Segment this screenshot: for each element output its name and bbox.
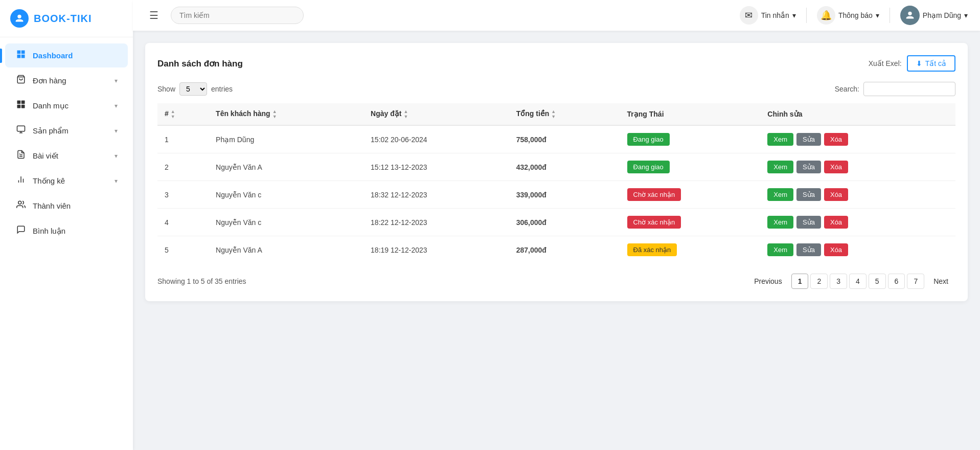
row-status: Đang giao <box>620 153 761 181</box>
delete-button[interactable]: Xóa <box>824 243 848 256</box>
col-header-2[interactable]: Ngày đặt▲▼ <box>363 103 509 125</box>
search-input[interactable] <box>171 7 304 24</box>
sidebar-item-danh-muc[interactable]: Danh mục▾ <box>5 94 128 118</box>
sidebar-icon-dashboard <box>15 50 27 61</box>
edit-button[interactable]: Sửa <box>796 161 821 173</box>
sidebar-item-thong-ke[interactable]: Thống kê▾ <box>5 169 128 193</box>
chevron-icon-don-hang: ▾ <box>115 77 118 84</box>
messages-button[interactable]: ✉ Tin nhắn ▾ <box>740 6 796 25</box>
page-btn-4[interactable]: 4 <box>849 274 867 289</box>
orders-card: Danh sách đơn hàng Xuất Exel: ⬇ Tất cả S… <box>145 43 968 301</box>
table-row: 5Nguyễn Văn A18:19 12-12-2023287,000đĐã … <box>157 236 955 264</box>
svg-rect-7 <box>21 101 25 104</box>
page-btn-3[interactable]: 3 <box>830 274 847 289</box>
delete-button[interactable]: Xóa <box>824 188 848 201</box>
svg-point-19 <box>908 12 911 15</box>
table-row: 2Nguyễn Văn A15:12 13-12-2023432,000đĐan… <box>157 153 955 181</box>
sidebar-label-thanh-vien: Thành viên <box>33 201 118 210</box>
delete-button[interactable]: Xóa <box>824 216 848 229</box>
sidebar-label-binh-luan: Bình luận <box>33 227 118 236</box>
view-button[interactable]: Xem <box>767 161 793 173</box>
sidebar-item-san-pham[interactable]: Sản phẩm▾ <box>5 119 128 143</box>
svg-rect-8 <box>17 105 21 108</box>
card-header: Danh sách đơn hàng Xuất Exel: ⬇ Tất cả <box>157 55 955 72</box>
menu-toggle-button[interactable]: ☰ <box>145 7 163 24</box>
table-search-box: Search: <box>835 82 955 96</box>
table-row: 3Nguyễn Văn c18:32 12-12-2023339,000đChờ… <box>157 181 955 209</box>
pagination-row: Showing 1 to 5 of 35 entries Previous123… <box>157 274 955 289</box>
col-header-0[interactable]: #▲▼ <box>157 103 209 125</box>
table-search-input[interactable] <box>863 82 955 96</box>
edit-button[interactable]: Sửa <box>796 188 821 201</box>
row-actions: XemSửaXóa <box>760 209 955 236</box>
card-title: Danh sách đơn hàng <box>157 58 243 69</box>
row-status: Chờ xác nhận <box>620 209 761 236</box>
pagination: Previous1234567Next <box>747 274 955 289</box>
user-name: Phạm Dũng <box>923 11 961 19</box>
page-btn-2[interactable]: 2 <box>810 274 828 289</box>
entries-select[interactable]: 5102550 <box>179 82 207 96</box>
view-button[interactable]: Xem <box>767 188 793 201</box>
edit-button[interactable]: Sửa <box>796 133 821 146</box>
show-label: Show <box>157 85 175 93</box>
page-btn-6[interactable]: 6 <box>888 274 905 289</box>
page-body: Danh sách đơn hàng Xuất Exel: ⬇ Tất cả S… <box>133 31 980 450</box>
showing-text: Showing 1 to 5 of 35 entries <box>157 277 246 285</box>
header-actions: ✉ Tin nhắn ▾ 🔔 Thông báo ▾ Phạm Dũng ▾ <box>740 6 968 25</box>
row-customer: Nguyễn Văn c <box>209 181 363 209</box>
row-date: 18:19 12-12-2023 <box>363 236 509 264</box>
view-button[interactable]: Xem <box>767 243 793 256</box>
view-button[interactable]: Xem <box>767 216 793 229</box>
sidebar-item-don-hang[interactable]: Đơn hàng▾ <box>5 69 128 93</box>
action-buttons: XemSửaXóa <box>767 188 948 201</box>
view-button[interactable]: Xem <box>767 133 793 146</box>
svg-rect-2 <box>21 51 25 54</box>
col-header-3[interactable]: Tổng tiền▲▼ <box>509 103 620 125</box>
delete-button[interactable]: Xóa <box>824 133 848 146</box>
edit-button[interactable]: Sửa <box>796 216 821 229</box>
page-btn-1[interactable]: 1 <box>791 274 809 289</box>
status-badge: Chờ xác nhận <box>627 216 681 229</box>
chevron-icon-danh-muc: ▾ <box>115 102 118 109</box>
table-row: 1Phạm Dũng15:02 20-06-2024758,000đĐang g… <box>157 125 955 153</box>
sidebar-item-binh-luan[interactable]: Bình luận <box>5 219 128 243</box>
pagination-previous[interactable]: Previous <box>747 274 789 288</box>
action-buttons: XemSửaXóa <box>767 216 948 229</box>
sidebar-item-dashboard[interactable]: Dashboard <box>5 43 128 68</box>
svg-point-18 <box>18 201 21 204</box>
status-badge: Đang giao <box>627 161 670 173</box>
row-total: 306,000đ <box>509 209 620 236</box>
row-customer: Nguyễn Văn A <box>209 236 363 264</box>
row-id: 1 <box>157 125 209 153</box>
logo-icon <box>10 9 29 28</box>
page-btn-5[interactable]: 5 <box>869 274 886 289</box>
avatar <box>900 6 920 25</box>
row-total: 339,000đ <box>509 181 620 209</box>
sidebar-icon-thanh-vien <box>15 200 27 212</box>
search-label: Search: <box>835 85 859 93</box>
pagination-next[interactable]: Next <box>926 274 955 288</box>
page-btn-7[interactable]: 7 <box>907 274 924 289</box>
row-total: 758,000đ <box>509 125 620 153</box>
delete-button[interactable]: Xóa <box>824 161 848 173</box>
header: ☰ ✉ Tin nhắn ▾ 🔔 Thông báo ▾ Phạm Dũng <box>133 0 980 31</box>
chevron-icon-san-pham: ▾ <box>115 127 118 134</box>
col-header-1[interactable]: Tên khách hàng▲▼ <box>209 103 363 125</box>
sidebar-icon-bai-viet <box>15 150 27 162</box>
user-menu-button[interactable]: Phạm Dũng ▾ <box>900 6 968 25</box>
row-actions: XemSửaXóa <box>760 125 955 153</box>
action-buttons: XemSửaXóa <box>767 161 948 173</box>
logo-text: BOOK-TIKI <box>34 13 92 25</box>
sidebar-item-thanh-vien[interactable]: Thành viên <box>5 194 128 218</box>
svg-point-0 <box>17 15 21 18</box>
notifications-label: Thông báo <box>838 11 873 19</box>
sidebar-logo[interactable]: BOOK-TIKI <box>0 0 133 37</box>
notifications-button[interactable]: 🔔 Thông báo ▾ <box>817 6 879 25</box>
sidebar-item-bai-viet[interactable]: Bài viết▾ <box>5 144 128 168</box>
col-header-5: Chinh sửa <box>760 103 955 125</box>
download-icon: ⬇ <box>916 59 922 68</box>
sidebar-icon-don-hang <box>15 75 27 86</box>
sort-icon-1: ▲▼ <box>272 109 277 119</box>
edit-button[interactable]: Sửa <box>796 243 821 256</box>
export-button[interactable]: ⬇ Tất cả <box>907 55 955 72</box>
